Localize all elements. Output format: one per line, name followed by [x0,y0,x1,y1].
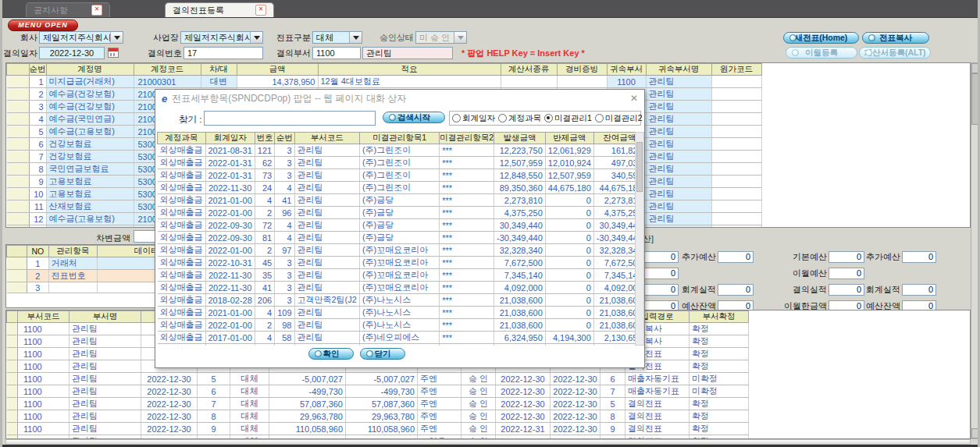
cell[interactable] [7,213,30,225]
cell[interactable] [711,101,761,113]
column-header[interactable]: 관리항목 [48,246,97,257]
cell[interactable]: 결의전표 [625,423,690,435]
cell[interactable]: 41 [255,282,274,294]
cell[interactable]: 외상매출금 [158,294,206,307]
column-header[interactable]: 계정명 [46,64,134,76]
cell[interactable]: 관리팀 [294,282,359,294]
cell[interactable]: -499,730 [346,385,418,398]
table-row[interactable]: 외상매출금2021-01-00441관리팀(주)금당***2,273,81002… [158,194,636,207]
table-row[interactable]: 외상매출금2022-01-31623관리팀(주)그린조이***12,507,95… [158,157,636,169]
cell[interactable]: 외상매출금 [158,194,206,207]
cell[interactable]: 확정 [690,335,749,348]
cell[interactable]: 3 [275,282,294,294]
cell[interactable]: 관리팀 [294,319,359,332]
cell[interactable]: 미지급금(거래처) [46,76,134,88]
cell[interactable]: 매출자동기표 [625,373,690,385]
cell[interactable]: 관리팀 [294,157,359,169]
cell[interactable]: 2 [255,207,274,219]
cell[interactable]: 대체 [230,398,269,410]
table-row[interactable]: 1100관리팀2022-12-309대체110,058,960110,058,9… [7,423,749,435]
cell[interactable]: 96 [275,207,294,219]
radio-icon[interactable] [544,114,553,122]
cell[interactable]: 확정 [690,398,749,410]
cell[interactable]: 1100 [18,348,69,360]
ok-button[interactable]: 확인 [308,348,354,360]
table-row[interactable]: 외상매출금2022-01-00296관리팀(주)금당***4,375,25004… [158,207,636,219]
cell[interactable]: 7 [600,385,625,398]
cell[interactable]: 거래처 [48,257,97,270]
column-header[interactable]: 원가코드 [711,64,761,76]
cell[interactable]: 9 [198,423,230,435]
cell[interactable] [7,398,18,410]
cell[interactable]: 2022-01-31 [205,157,255,169]
cell[interactable]: 2 [29,88,46,101]
cell[interactable]: 주엔 [418,398,461,410]
cell[interactable]: 2022-12-30 [141,398,198,410]
cell[interactable]: 7,672,500 [494,257,546,269]
cell[interactable]: 0 [545,232,593,244]
cell[interactable]: 외상매출금 [158,169,206,182]
cell[interactable]: 외상매출금 [158,219,206,232]
budget-input[interactable]: 0 [718,284,754,296]
cell[interactable] [7,151,30,163]
cell[interactable]: 국민연금보험료 [46,163,134,176]
cell[interactable]: 4 [255,194,274,207]
cell[interactable]: *** [440,257,494,269]
cell[interactable]: *** [440,244,494,257]
slip-type-select[interactable]: 대체 [312,31,362,44]
cell[interactable]: 예수금(고용보험) [46,126,134,138]
cell[interactable]: 2022-01-00 [205,244,255,257]
budget-input[interactable]: 0 [829,268,864,279]
cell[interactable]: 결의전표 [625,398,690,410]
cell[interactable]: 0 [545,207,593,219]
tab-close-icon[interactable]: ✕ [255,5,266,16]
vertical-scrollbar[interactable] [971,62,980,439]
decision-no-input[interactable]: 17 [184,47,263,59]
column-header[interactable]: 계정코드 [134,64,201,76]
cell[interactable]: 관리팀 [646,151,711,163]
cell[interactable]: 주엔 [418,385,461,398]
cell[interactable]: *** [440,182,494,194]
cell[interactable]: 대체 [230,385,269,398]
table-row[interactable]: 1100관리팀2022-12-307대체57,087,36057,087,360… [7,398,749,410]
cell[interactable]: 관리팀 [69,385,141,398]
budget-input[interactable]: 0 [902,284,936,296]
cell[interactable]: 2022-12-30 [551,410,600,423]
column-header[interactable]: 발생금액 [494,133,546,144]
cell[interactable]: 97 [275,244,294,257]
cell[interactable]: 관리팀 [646,76,711,88]
table-row[interactable]: 1미지급금(거래처)21000301대변14,378,95012월 4대보험료1… [7,76,762,88]
cell[interactable]: 21,038,600 [494,294,546,307]
radio-option[interactable]: 회계일자 [452,113,495,124]
cell[interactable]: 1 [27,257,48,270]
cell[interactable]: 관리팀 [294,169,359,182]
cell[interactable]: 승 인 [461,385,496,398]
column-header[interactable]: 계산서종류 [501,64,557,76]
table-row[interactable]: 외상매출금2022-11-30413관리팀(주)꼬매요코리아***4,092,0… [158,282,636,294]
popup-scrollbar[interactable] [635,132,644,346]
cell[interactable]: *** [440,344,494,346]
cell[interactable]: 2022-12-30 [496,385,551,398]
table-row[interactable]: 외상매출금2022-09-30814관리팀(주)금당***-30,349,440… [158,232,636,244]
cell[interactable]: 3 [275,144,294,157]
cell[interactable]: 2022-09-30 [205,219,255,232]
cell[interactable]: 2,273,810 [593,194,635,207]
cell[interactable]: 미수금 [46,225,134,229]
column-header[interactable]: 잔여금액 [593,133,635,144]
cell[interactable]: 2022-12-30 [496,410,551,423]
cell[interactable]: 45 [255,257,274,269]
cell[interactable]: 497,035 [593,157,635,169]
cell[interactable]: *** [440,307,494,319]
budget-input[interactable]: 0 [829,284,864,296]
cell[interactable]: -499,730 [269,385,346,398]
cell[interactable] [7,113,30,126]
company-select[interactable]: 제일저지주식회사 [39,31,123,44]
cell[interactable]: 0 [545,319,593,332]
cell[interactable]: *** [440,269,494,282]
menu-open-button[interactable]: MENU OPEN [8,20,78,31]
cell[interactable] [7,76,30,88]
column-header[interactable]: 순번 [29,64,46,76]
scroll-down-icon[interactable] [971,428,980,438]
tab-close-icon[interactable]: ✕ [91,5,102,16]
cell[interactable]: 고용보험료 [46,176,134,188]
